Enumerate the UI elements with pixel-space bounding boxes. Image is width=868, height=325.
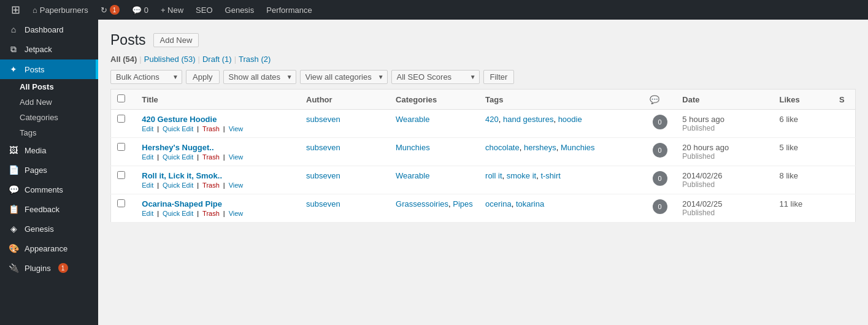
tag-link[interactable]: roll it bbox=[485, 171, 502, 180]
categories-select[interactable]: View all categories Wearable Munchies bbox=[300, 70, 388, 84]
tag-link[interactable]: tokarina bbox=[516, 199, 544, 208]
category-link[interactable]: Pipes bbox=[453, 199, 473, 208]
dates-select[interactable]: Show all dates January 2014 February 201… bbox=[223, 70, 296, 84]
categories-wrap: View all categories Wearable Munchies ▼ bbox=[300, 70, 388, 84]
post-title-1[interactable]: 420 Gesture Hoodie bbox=[142, 115, 294, 124]
adminbar-comments[interactable]: 💬 0 bbox=[126, 0, 155, 20]
row-action-quick-edit-2[interactable]: Quick Edit bbox=[163, 153, 193, 161]
adminbar-updates[interactable]: ↻ 1 bbox=[94, 0, 126, 20]
tag-link[interactable]: hand gestures bbox=[503, 115, 553, 124]
author-link-1[interactable]: subseven bbox=[306, 115, 340, 124]
row-action-trash-2[interactable]: Trash bbox=[202, 153, 220, 161]
sidebar-label-jetpack: Jetpack bbox=[25, 45, 52, 54]
row-checkbox-4[interactable] bbox=[117, 199, 125, 207]
tag-link[interactable]: smoke it bbox=[507, 171, 536, 180]
row-checkbox-3[interactable] bbox=[117, 171, 125, 179]
row-action-quick-edit-3[interactable]: Quick Edit bbox=[163, 182, 193, 189]
tag-link[interactable]: ocerina bbox=[485, 199, 512, 208]
filter-draft[interactable]: Draft (1) bbox=[202, 55, 232, 64]
submenu-add-new[interactable]: Add New bbox=[0, 94, 98, 110]
row-action-view-4[interactable]: View bbox=[229, 210, 244, 217]
tag-link[interactable]: hoodie bbox=[558, 115, 582, 124]
apply-button[interactable]: Apply bbox=[186, 70, 220, 84]
filter-button[interactable]: Filter bbox=[483, 70, 515, 84]
tag-link[interactable]: Munchies bbox=[561, 143, 595, 152]
status-1: Published bbox=[682, 124, 767, 132]
header-author[interactable]: Author bbox=[300, 90, 390, 110]
sidebar-label-plugins: Plugins bbox=[25, 264, 51, 273]
sidebar-item-jetpack[interactable]: ⧉ Jetpack bbox=[0, 39, 98, 59]
header-date[interactable]: Date bbox=[676, 90, 773, 110]
row-action-edit-3[interactable]: Edit bbox=[142, 182, 153, 189]
dates-wrap: Show all dates January 2014 February 201… bbox=[223, 70, 296, 84]
row-action-trash-4[interactable]: Trash bbox=[202, 210, 220, 217]
sidebar-item-media[interactable]: 🖼 Media bbox=[0, 140, 98, 160]
select-all-checkbox[interactable] bbox=[117, 94, 125, 102]
row-action-quick-edit-1[interactable]: Quick Edit bbox=[163, 125, 193, 132]
category-link[interactable]: Wearable bbox=[396, 115, 429, 124]
seo-wrap: All SEO Scores Good OK Bad No Focus Keyw… bbox=[391, 70, 480, 84]
tag-link[interactable]: hersheys bbox=[524, 143, 556, 152]
row-action-view-3[interactable]: View bbox=[229, 182, 244, 189]
header-likes[interactable]: Likes bbox=[774, 90, 833, 110]
category-link[interactable]: Munchies bbox=[396, 143, 430, 152]
media-icon: 🖼 bbox=[7, 145, 20, 155]
sidebar-item-plugins[interactable]: 🔌 Plugins 1 bbox=[0, 258, 98, 278]
adminbar-site[interactable]: ⌂ Paperburners bbox=[26, 0, 94, 20]
sidebar-item-appearance[interactable]: 🎨 Appearance bbox=[0, 239, 98, 258]
row-action-quick-edit-4[interactable]: Quick Edit bbox=[163, 210, 193, 217]
sidebar-item-dashboard[interactable]: ⌂ Dashboard bbox=[0, 20, 98, 39]
header-tags[interactable]: Tags bbox=[479, 90, 643, 110]
tag-link[interactable]: t-shirt bbox=[540, 171, 561, 180]
filter-published[interactable]: Published (53) bbox=[144, 55, 196, 64]
submenu-all-posts[interactable]: All Posts bbox=[0, 79, 98, 94]
comments-icon: 💬 bbox=[132, 6, 142, 15]
tag-link[interactable]: 420 bbox=[485, 115, 499, 124]
post-title-4[interactable]: Ocarina-Shaped Pipe bbox=[142, 199, 294, 208]
tag-link[interactable]: chocolate bbox=[485, 143, 520, 152]
row-actions-3: Edit | Quick Edit | Trash | View bbox=[142, 182, 294, 189]
bulk-actions-select[interactable]: Bulk Actions Edit Move to Trash bbox=[110, 70, 182, 84]
adminbar-logo[interactable]: ⊞ bbox=[5, 0, 26, 20]
sidebar-item-comments[interactable]: 💬 Comments bbox=[0, 180, 98, 199]
filter-all[interactable]: All (54) bbox=[110, 55, 137, 64]
filter-trash[interactable]: Trash (2) bbox=[239, 55, 271, 64]
category-link[interactable]: Wearable bbox=[396, 171, 429, 180]
row-action-view-2[interactable]: View bbox=[229, 153, 244, 161]
sidebar-label-genesis: Genesis bbox=[25, 224, 54, 234]
row-action-edit-2[interactable]: Edit bbox=[142, 153, 153, 161]
likes-2: 5 like bbox=[780, 143, 798, 152]
post-title-3[interactable]: Roll it, Lick it, Smok.. bbox=[142, 171, 294, 180]
sidebar-item-genesis[interactable]: ◈ Genesis bbox=[0, 219, 98, 239]
adminbar-genesis[interactable]: Genesis bbox=[219, 0, 261, 20]
row-checkbox-2[interactable] bbox=[117, 143, 125, 151]
sidebar-label-appearance: Appearance bbox=[25, 244, 67, 253]
add-new-button[interactable]: Add New bbox=[153, 33, 199, 47]
row-action-edit-1[interactable]: Edit bbox=[142, 125, 153, 132]
seo-select[interactable]: All SEO Scores Good OK Bad No Focus Keyw… bbox=[391, 70, 480, 84]
sidebar-item-feedback[interactable]: 📋 Feedback bbox=[0, 199, 98, 219]
header-categories[interactable]: Categories bbox=[390, 90, 479, 110]
post-title-2[interactable]: Hershey's Nugget.. bbox=[142, 143, 294, 152]
submenu-tags[interactable]: Tags bbox=[0, 125, 98, 140]
site-name: Paperburners bbox=[40, 6, 88, 15]
author-link-2[interactable]: subseven bbox=[306, 143, 340, 152]
header-title[interactable]: Title bbox=[136, 90, 300, 110]
comment-count-2: 0 bbox=[653, 143, 667, 158]
row-action-trash-3[interactable]: Trash bbox=[202, 182, 220, 189]
sidebar-item-pages[interactable]: 📄 Pages bbox=[0, 160, 98, 180]
author-link-4[interactable]: subseven bbox=[306, 199, 340, 208]
page-title: Posts bbox=[110, 32, 146, 48]
genesis-label: Genesis bbox=[225, 6, 255, 15]
author-link-3[interactable]: subseven bbox=[306, 171, 340, 180]
row-action-edit-4[interactable]: Edit bbox=[142, 210, 153, 217]
category-link[interactable]: Grassessoiries bbox=[396, 199, 448, 208]
submenu-categories[interactable]: Categories bbox=[0, 110, 98, 125]
adminbar-new[interactable]: + New bbox=[155, 0, 190, 20]
row-checkbox-1[interactable] bbox=[117, 115, 125, 123]
row-action-trash-1[interactable]: Trash bbox=[202, 125, 220, 132]
adminbar-seo[interactable]: SEO bbox=[190, 0, 218, 20]
adminbar-performance[interactable]: Performance bbox=[260, 0, 318, 20]
row-action-view-1[interactable]: View bbox=[229, 125, 244, 132]
sidebar-item-posts[interactable]: ✦ Posts bbox=[0, 59, 98, 79]
